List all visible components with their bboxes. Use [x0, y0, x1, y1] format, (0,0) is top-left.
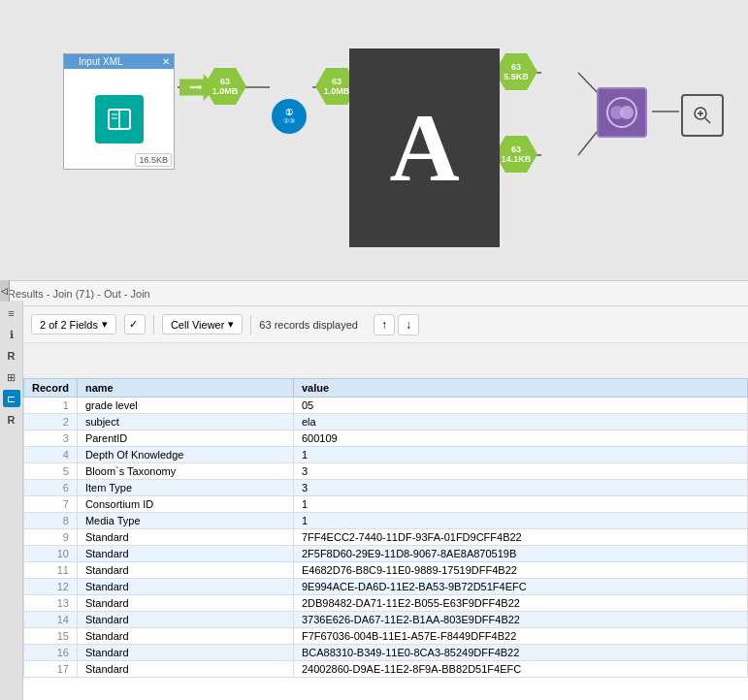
node-title: Input XML ✕ [64, 54, 174, 69]
col-value: value [293, 379, 747, 398]
input-xml-node[interactable]: Input XML ✕ 16.5KB [63, 53, 175, 170]
svg-line-23 [705, 118, 711, 124]
data-table-wrapper[interactable]: Record name value 1 grade level 05 2 sub… [23, 378, 748, 700]
table-row[interactable]: 10 Standard 2F5F8D60-29E9-11D8-9067-8AE8… [24, 546, 748, 562]
table-row[interactable]: 6 Item Type 3 [24, 480, 748, 496]
cell-name: Standard [77, 529, 293, 546]
close-icon[interactable]: ✕ [162, 56, 170, 67]
records-count: 63 records displayed [259, 319, 358, 331]
cell-record: 16 [24, 645, 78, 661]
sidebar-icon-r2[interactable]: R [3, 411, 20, 429]
hex-shape-1: 63 1.0MB [204, 68, 246, 105]
cell-value: 05 [293, 398, 747, 414]
workflow-canvas[interactable]: Input XML ✕ 16.5KB ⟹ [0, 0, 748, 281]
cell-value: 3736E626-DA67-11E2-B1AA-803E9DFF4B22 [293, 612, 747, 628]
cell-name: grade level [77, 398, 293, 414]
cell-record: 10 [24, 546, 78, 562]
main-layout: Input XML ✕ 16.5KB ⟹ [0, 0, 748, 700]
join-node[interactable] [597, 87, 647, 138]
toolbar-separator-1 [153, 315, 154, 334]
table-row[interactable]: 5 Bloom`s Taxonomy 3 [24, 463, 748, 480]
cell-value: ela [293, 414, 747, 430]
hex-shape-6: 63 14.1KB [495, 136, 537, 173]
cell-viewer-btn[interactable]: Cell Viewer ▾ [162, 314, 243, 334]
cell-name: Standard [77, 645, 293, 661]
cell-value: E4682D76-B8C9-11E0-9889-17519DFF4B22 [293, 562, 747, 579]
table-row[interactable]: 4 Depth Of Knowledge 1 [24, 447, 748, 463]
table-row[interactable]: 8 Media Type 1 [24, 513, 748, 529]
cell-name: Standard [77, 612, 293, 628]
sidebar-icon-results[interactable]: ⊞ [3, 368, 20, 386]
toolbar: 2 of 2 Fields ▾ ✓ Cell Viewer ▾ 63 recor… [23, 306, 748, 343]
col-record: Record [24, 379, 78, 398]
fields-dropdown-btn[interactable]: 2 of 2 Fields ▾ [31, 314, 116, 334]
col-name: name [77, 379, 293, 398]
table-row[interactable]: 2 subject ela [24, 414, 748, 430]
sort-down-btn[interactable]: ↓ [398, 314, 419, 335]
toolbar-separator-2 [250, 315, 251, 334]
hex-node-6[interactable]: 63 14.1KB [495, 136, 537, 173]
left-sidebar: ≡ ℹ R ⊞ ⊏ R [0, 301, 23, 700]
cell-record: 2 [24, 414, 78, 430]
data-table: Record name value 1 grade level 05 2 sub… [23, 378, 748, 678]
hex-node-1[interactable]: 63 1.0MB [204, 68, 246, 105]
cell-value: 2F5F8D60-29E9-11D8-9067-8AE8A870519B [293, 546, 747, 562]
cell-value: F7F67036-004B-11E1-A57E-F8449DFF4B22 [293, 628, 747, 645]
cell-name: Standard [77, 628, 293, 645]
table-row[interactable]: 11 Standard E4682D76-B8C9-11E0-9889-1751… [24, 562, 748, 579]
book-icon [95, 95, 144, 143]
table-row[interactable]: 17 Standard 24002860-D9AE-11E2-8F9A-BB82… [24, 661, 748, 678]
cell-value: 600109 [293, 430, 747, 447]
node-size: 16.5KB [135, 153, 172, 167]
number-node[interactable]: ① ②③ [272, 99, 307, 134]
cell-value: 1 [293, 496, 747, 513]
cell-record: 12 [24, 579, 78, 595]
cell-name: Depth Of Knowledge [77, 447, 293, 463]
cell-value: BCA88310-B349-11E0-8CA3-85249DFF4B22 [293, 645, 747, 661]
cell-record: 6 [24, 480, 78, 496]
table-row[interactable]: 1 grade level 05 [24, 398, 748, 414]
table-row[interactable]: 9 Standard 7FF4ECC2-7440-11DF-93FA-01FD9… [24, 529, 748, 546]
cell-record: 14 [24, 612, 78, 628]
cell-record: 7 [24, 496, 78, 513]
table-row[interactable]: 14 Standard 3736E626-DA67-11E2-B1AA-803E… [24, 612, 748, 628]
cell-record: 1 [24, 398, 78, 414]
cell-value: 3 [293, 480, 747, 496]
sort-up-btn[interactable]: ↑ [374, 314, 395, 335]
cell-record: 15 [24, 628, 78, 645]
cell-value: 1 [293, 447, 747, 463]
results-bar: Results - Join (71) - Out - Join [0, 281, 748, 306]
cell-record: 11 [24, 562, 78, 579]
sidebar-icon-r[interactable]: R [3, 347, 20, 365]
fields-check-btn[interactable]: ✓ [124, 314, 146, 334]
cell-name: Standard [77, 579, 293, 595]
cell-record: 13 [24, 595, 78, 612]
table-row[interactable]: 7 Consortium ID 1 [24, 496, 748, 513]
cell-value: 9E994ACE-DA6D-11E2-BA53-9B72D51F4EFC [293, 579, 747, 595]
cell-record: 3 [24, 430, 78, 447]
cell-value: 24002860-D9AE-11E2-8F9A-BB82D51F4EFC [293, 661, 747, 678]
cell-name: Standard [77, 661, 293, 678]
table-row[interactable]: 15 Standard F7F67036-004B-11E1-A57E-F844… [24, 628, 748, 645]
cell-record: 4 [24, 447, 78, 463]
table-row[interactable]: 13 Standard 2DB98482-DA71-11E2-B055-E63F… [24, 595, 748, 612]
sidebar-icon-join[interactable]: ⊏ [3, 390, 20, 407]
table-row[interactable]: 12 Standard 9E994ACE-DA6D-11E2-BA53-9B72… [24, 579, 748, 595]
table-row[interactable]: 3 ParentID 600109 [24, 430, 748, 447]
table-body: 1 grade level 05 2 subject ela 3 ParentI… [24, 398, 748, 678]
table-row[interactable]: 16 Standard BCA88310-B349-11E0-8CA3-8524… [24, 645, 748, 661]
cell-name: Standard [77, 562, 293, 579]
cell-record: 9 [24, 529, 78, 546]
cell-name: Standard [77, 546, 293, 562]
sidebar-icon-meta[interactable]: ℹ [3, 326, 20, 343]
cell-name: ParentID [77, 430, 293, 447]
scroll-indicator[interactable]: ◁ [0, 280, 10, 302]
cell-name: Item Type [77, 480, 293, 496]
hex-node-4[interactable]: 63 5.5KB [495, 53, 537, 90]
cell-value: 3 [293, 463, 747, 480]
sidebar-icon-config[interactable]: ≡ [3, 304, 20, 322]
cell-name: Bloom`s Taxonomy [77, 463, 293, 480]
browse-node[interactable] [681, 94, 724, 137]
cell-value: 2DB98482-DA71-11E2-B055-E63F9DFF4B22 [293, 595, 747, 612]
cell-name: subject [77, 414, 293, 430]
